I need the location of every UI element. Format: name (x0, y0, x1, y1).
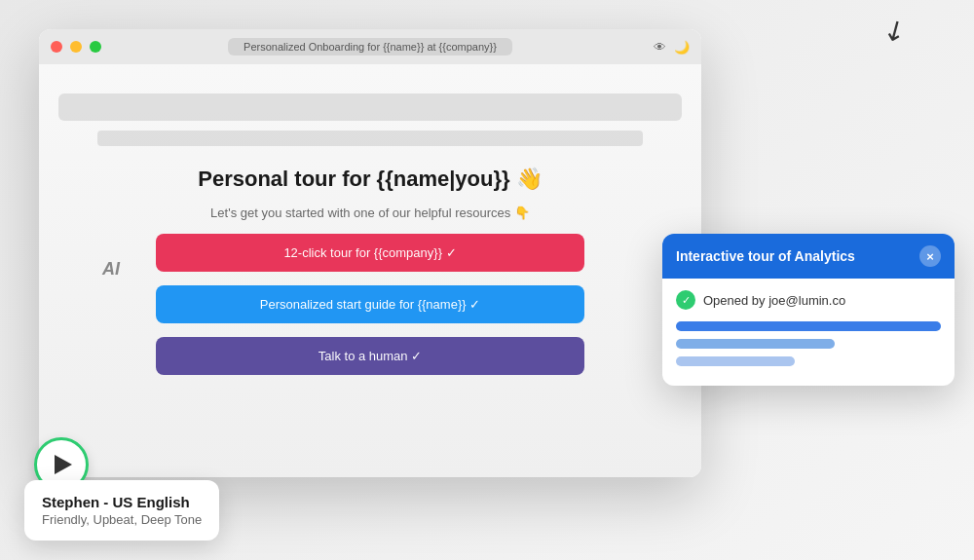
notification-header: Interactive tour of Analytics × (662, 234, 955, 279)
notification-title: Interactive tour of Analytics (676, 248, 855, 264)
deco-arrow: ↙ (877, 11, 912, 50)
human-button[interactable]: Talk to a human ✓ (156, 337, 584, 375)
browser-titlebar: Personalized Onboarding for {{name}} at … (39, 29, 701, 64)
browser-content: AI Personal tour for {{name|you}} 👋 Let'… (39, 64, 701, 477)
browser-controls: 👁 🌙 (654, 40, 690, 55)
main-content: Personal tour for {{name|you}} 👋 Let's g… (156, 167, 584, 375)
notification-body: ✓ Opened by joe@lumin.co (662, 279, 955, 386)
notification-user-row: ✓ Opened by joe@lumin.co (676, 290, 941, 310)
notification-card: Interactive tour of Analytics × ✓ Opened… (662, 234, 955, 386)
guide-button[interactable]: Personalized start guide for {{name}} ✓ (156, 285, 584, 323)
progress-bar-mid-container (676, 339, 941, 349)
main-subtitle: Let's get you started with one of our he… (210, 205, 530, 220)
traffic-light-green[interactable] (90, 41, 101, 53)
notification-close-button[interactable]: × (919, 245, 941, 267)
progress-bar-full (676, 321, 941, 331)
progress-bar-1 (676, 321, 941, 331)
ai-label: AI (102, 259, 120, 280)
check-circle-icon: ✓ (676, 290, 695, 310)
traffic-light-red[interactable] (51, 41, 62, 53)
bg-bar-subtitle (97, 131, 643, 146)
progress-bar-2 (676, 339, 835, 349)
progress-bar-short-container (676, 356, 941, 366)
eye-icon: 👁 (654, 40, 666, 55)
browser-url-bar[interactable]: Personalized Onboarding for {{name}} at … (228, 38, 512, 56)
moon-icon: 🌙 (674, 40, 690, 55)
voice-name: Stephen - US English (42, 494, 202, 510)
play-icon (55, 455, 72, 474)
browser-window: Personalized Onboarding for {{name}} at … (39, 29, 701, 477)
tour-button[interactable]: 12-click tour for {{company}} ✓ (156, 234, 584, 272)
voice-description: Friendly, Upbeat, Deep Tone (42, 512, 202, 527)
voice-card: Stephen - US English Friendly, Upbeat, D… (24, 480, 219, 541)
notification-user-text: Opened by joe@lumin.co (703, 293, 845, 308)
bg-bar-top (58, 93, 682, 121)
main-title: Personal tour for {{name|you}} 👋 (198, 167, 542, 192)
traffic-light-yellow[interactable] (70, 41, 82, 53)
progress-bar-3 (676, 356, 795, 366)
